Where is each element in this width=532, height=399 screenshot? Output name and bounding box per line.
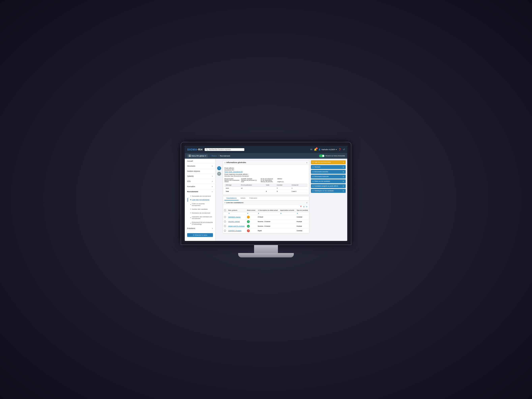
rs-statistiques-header[interactable]: Statistiques sur les candidats ∨ bbox=[311, 189, 346, 193]
menu-toggle-btn[interactable]: Menu RH global ▾ bbox=[187, 154, 208, 158]
candidate-row-1: SOLERE, KARINE ▲ Nouveau - À évaluer Emp… bbox=[223, 219, 309, 224]
rs-structure-header[interactable]: Structure ∨ bbox=[311, 165, 346, 169]
cand-link-3[interactable]: QUERRET, Élisabeth bbox=[228, 230, 241, 231]
search-input[interactable] bbox=[209, 149, 243, 151]
checkbox-3[interactable] bbox=[223, 228, 227, 233]
rs-candidats-assignes-chevron: ∨ bbox=[343, 185, 344, 187]
col-checkbox bbox=[223, 209, 227, 212]
cell-affichage: Autre bbox=[224, 186, 240, 190]
submenu-creer-label: Créer un nouveau recrutement bbox=[192, 203, 213, 206]
poste-fiche-link[interactable]: Fiche poste : Assistante RH bbox=[224, 171, 308, 173]
cand-link-1[interactable]: SOLERE, KARINE bbox=[228, 221, 240, 222]
rs-avertissements-title: Liste des avertissements bbox=[312, 161, 331, 163]
user-name: Nathalie AUZIER bbox=[321, 149, 335, 151]
rs-structure-title: Structure bbox=[312, 166, 320, 168]
filter-desc-icon[interactable]: ▼ bbox=[258, 213, 259, 214]
submenu-preboarding[interactable]: Évènement de pré-embauche (Preboarding) bbox=[188, 221, 215, 226]
sidebar-item-gestion[interactable]: Gestion express bbox=[185, 169, 215, 174]
info-generale-title: Informations générales bbox=[224, 161, 246, 164]
sidebar-gta-plus: + bbox=[212, 180, 213, 183]
sidebar-item-formation[interactable]: Formation + bbox=[185, 184, 215, 189]
type-3: Candidat bbox=[295, 228, 309, 233]
sidebar-item-structures[interactable]: Structures + bbox=[185, 164, 215, 169]
sidebar-item-gta[interactable]: GTA + bbox=[185, 179, 215, 184]
refresh-icon[interactable]: ⟳ bbox=[306, 206, 308, 208]
toggle-switch[interactable] bbox=[319, 154, 325, 157]
breadcrumb: ← Retour / Recrutement bbox=[209, 155, 318, 157]
status-dot-3: ✗ bbox=[247, 229, 250, 232]
filter-nom-icon[interactable]: ▼ bbox=[228, 213, 230, 214]
status-3: ✗ bbox=[246, 228, 256, 233]
submenu-entretiens[interactable]: Entretiens de recrutement bbox=[188, 211, 215, 215]
cand-link-0[interactable]: MORVANT, Yannick bbox=[228, 216, 241, 218]
content-area: ✎ ↶ Informations générales ∧ bbox=[215, 159, 347, 241]
statut-value: Actif bbox=[241, 181, 244, 182]
tab-details[interactable]: Détails bbox=[239, 196, 247, 200]
logout-icon[interactable]: ⏎ bbox=[343, 148, 345, 151]
revenir-btn[interactable]: Revenir au menu horizontal bbox=[319, 154, 345, 157]
rs-avertissements-header[interactable]: Liste des avertissements ∨ bbox=[311, 160, 346, 164]
tab-publication[interactable]: Publication bbox=[247, 196, 259, 200]
help-icon[interactable]: ❓ bbox=[338, 148, 341, 151]
filter-statut-icon[interactable]: ▼ bbox=[247, 213, 248, 214]
checkbox-2[interactable] bbox=[223, 224, 227, 228]
col-embauche: Embauché bbox=[291, 184, 308, 187]
select-all-checkbox[interactable] bbox=[224, 209, 226, 211]
bell-icon[interactable]: 🔔 26 bbox=[314, 148, 317, 151]
cand-link-2[interactable]: MENDY DIATTA, DORIAN bbox=[228, 225, 245, 227]
download-icon[interactable]: ⬇ bbox=[303, 206, 305, 208]
total-label: Total bbox=[224, 190, 240, 193]
tab-candidatures[interactable]: Candidatures bbox=[224, 196, 239, 200]
main-panel: Informations générales ∧ Poste affiché: … bbox=[223, 160, 309, 239]
bullet-icon bbox=[190, 213, 191, 213]
total-fin bbox=[240, 190, 265, 193]
poste-affiche-label: Poste affiché: bbox=[224, 167, 308, 169]
pin-icon[interactable]: 📍 bbox=[300, 206, 302, 208]
sidebar-recrutement-header[interactable]: Recrutement − bbox=[185, 189, 215, 194]
rs-docs-associes-header[interactable]: Documents associés ∨ bbox=[311, 170, 346, 174]
info-generale-body: Poste affiché: Assistante RH Fiche poste… bbox=[223, 165, 309, 195]
detacher-btn[interactable]: ⊙ Détacher le menu bbox=[187, 233, 213, 237]
submenu-calendrier[interactable]: Calendrier des entretiens de recrutement bbox=[188, 215, 215, 221]
status-dot-1: ▲ bbox=[247, 220, 250, 223]
app-0 bbox=[279, 215, 295, 219]
col-desc-statut: ▼ Description du statut actuel bbox=[256, 209, 279, 212]
filter-type-icon[interactable]: ▼ bbox=[297, 213, 298, 214]
sidebar-item-accueil[interactable]: Accueil bbox=[185, 159, 215, 164]
revenir-label: Revenir au menu horizontal bbox=[325, 155, 345, 157]
collapse-candidatures-icon[interactable]: ∧ bbox=[306, 202, 308, 204]
sidebar-item-entretiens[interactable]: Entretiens + bbox=[185, 226, 215, 231]
user-chevron[interactable]: ▾ bbox=[336, 149, 337, 151]
filter-app-icon[interactable]: ▼ bbox=[280, 213, 282, 214]
right-sidebar: Liste des avertissements ∨ Structure ∨ bbox=[311, 160, 346, 239]
sidebar-item-salaries[interactable]: Salariés + bbox=[185, 174, 215, 179]
col-type: Type de candidat bbox=[295, 209, 309, 212]
status-0: ≈ bbox=[246, 215, 256, 219]
checkbox-0[interactable] bbox=[223, 215, 227, 219]
edit-button[interactable]: ✎ bbox=[217, 166, 221, 170]
rs-candidats-assignes-header[interactable]: Candidats assignés au poste affiché ∨ bbox=[311, 184, 346, 188]
rs-filtres: Filtres sur les candidats ∨ bbox=[311, 179, 346, 183]
rs-filtres-header[interactable]: Filtres sur les candidats ∨ bbox=[311, 179, 346, 183]
type-2: Employé bbox=[295, 224, 309, 228]
history-button[interactable]: ↶ bbox=[217, 172, 221, 176]
desc-2: Nouveau - À évaluer bbox=[256, 224, 279, 228]
submenu-liste[interactable]: Liste des recrutements bbox=[188, 198, 215, 202]
rs-docs-fusionnes-header[interactable]: Documents fusionnés ∨ bbox=[311, 175, 346, 178]
collapse-icon[interactable]: ∧ bbox=[306, 161, 308, 164]
secondary-bar: Menu RH global ▾ ← Retour / Recrutement … bbox=[185, 153, 347, 159]
responsable-value: AUZIER, Nathalie bbox=[241, 178, 252, 180]
candidatures-card: Candidatures Détails Publication Liste d… bbox=[223, 196, 309, 233]
submenu-gestion-cand[interactable]: Gestion des candidats bbox=[188, 207, 215, 211]
email-icon[interactable]: ✉ bbox=[310, 148, 312, 151]
submenu-demandes[interactable]: Demandes de recrutement bbox=[188, 194, 215, 198]
recrutement-submenu: Demandes de recrutement Liste des recrut… bbox=[185, 194, 215, 226]
raison-value: Manque de personnel (1) bbox=[241, 180, 257, 181]
menu-chevron: ▾ bbox=[205, 155, 206, 157]
checkbox-1[interactable] bbox=[223, 219, 227, 224]
search-bar[interactable]: 🔍 bbox=[205, 148, 244, 151]
bullet-icon bbox=[190, 196, 191, 196]
sidebar-gestion-label: Gestion express bbox=[187, 170, 200, 172]
submenu-creer[interactable]: Créer un nouveau recrutement bbox=[188, 202, 215, 207]
back-button[interactable]: ← Retour bbox=[209, 155, 217, 157]
